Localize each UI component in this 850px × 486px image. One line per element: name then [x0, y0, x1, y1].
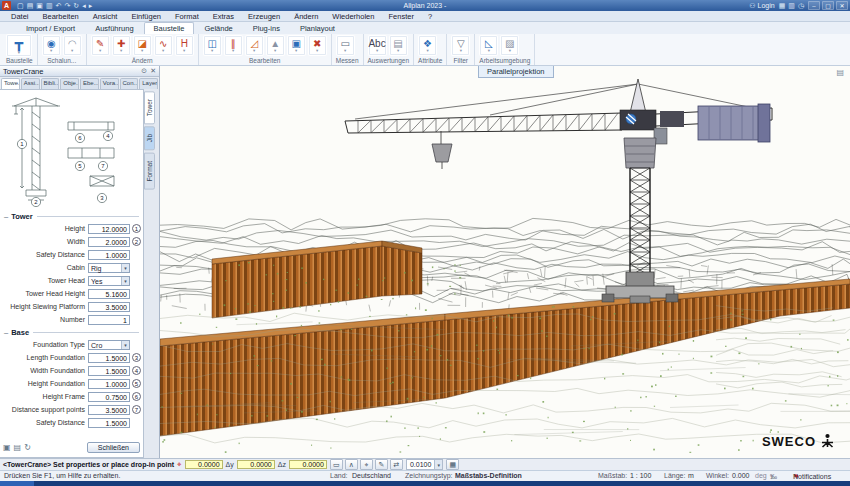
param-field[interactable]: 3.5000 [88, 302, 130, 312]
ribbon-tab[interactable]: Plug-ins [243, 22, 290, 34]
open-file-icon[interactable]: ▤ [27, 1, 34, 10]
print-icon[interactable]: ▥ [46, 1, 53, 10]
point-snap-icon[interactable]: ⌖ [360, 459, 373, 470]
track-lines-icon[interactable]: ⇄ [390, 459, 403, 470]
coordinate-field[interactable]: 0.0000 [237, 460, 275, 469]
delete-icon[interactable]: ✖▾ [308, 35, 327, 56]
menu-item[interactable]: Einfügen [124, 11, 168, 22]
allplan-logo[interactable]: A [2, 1, 11, 10]
attributes-icon[interactable]: ❖▾ [418, 35, 437, 56]
filter-icon[interactable]: ▽▾ [451, 35, 470, 56]
section-header[interactable]: –Base [0, 326, 143, 338]
menu-item[interactable]: Extras [206, 11, 241, 22]
maximize-button[interactable]: ▢ [822, 1, 834, 10]
add-point-icon[interactable]: ✚▾ [112, 35, 131, 56]
palette-tab[interactable]: Con... [120, 78, 139, 89]
menu-item[interactable]: Ändern [287, 11, 325, 22]
save-icon[interactable]: ▣ [36, 1, 43, 10]
viewport-tab[interactable]: Parallelprojektion [478, 66, 554, 78]
param-field[interactable]: 1.5000 [88, 353, 130, 363]
menu-item[interactable]: Bearbeiten [36, 11, 86, 22]
param-field[interactable]: 1.0000 [88, 250, 130, 260]
history-icon[interactable]: ◷ [798, 2, 804, 10]
modify-element-icon[interactable]: ◪▾ [133, 35, 152, 56]
close-button[interactable]: ✕ [836, 1, 848, 10]
angle-snap-icon[interactable]: ∧ [345, 459, 358, 470]
allplan-connect-icon[interactable]: ▦ [779, 2, 786, 10]
refresh-icon[interactable]: ↻ [73, 1, 79, 10]
menu-item[interactable]: Erzeugen [241, 11, 287, 22]
list-icon[interactable]: ▤▾ [389, 35, 408, 56]
paste-properties-icon[interactable]: ▤ [14, 443, 22, 452]
pen-icon[interactable]: ✎ [375, 459, 388, 470]
menu-item[interactable]: Wiederholen [325, 11, 381, 22]
palette-tab[interactable]: Assi... [21, 78, 40, 89]
edit-icon[interactable]: ✎▾ [91, 35, 110, 56]
undo-icon[interactable]: ↶ [56, 1, 62, 10]
ribbon-tab[interactable]: Planlayout [290, 22, 345, 34]
param-select[interactable]: Rig▾ [88, 263, 130, 273]
snap-distance-select[interactable]: 0.0100 ▾ [406, 459, 443, 470]
palette-tab[interactable]: Ebe... [80, 78, 99, 89]
ribbon-tab[interactable]: Import / Export [16, 22, 85, 34]
menu-item[interactable]: Format [168, 11, 206, 22]
angle-value[interactable]: 0.000 [732, 472, 750, 479]
reset-icon[interactable]: ↻ [24, 443, 31, 452]
login-button[interactable]: ⚇Login [749, 2, 774, 10]
select-icon[interactable]: ▣▾ [287, 35, 306, 56]
section-header[interactable]: –Tower [0, 210, 143, 222]
new-file-icon[interactable]: ▢ [17, 1, 24, 10]
param-select[interactable]: Yes▾ [88, 276, 130, 286]
viewport-menu-icon[interactable]: ▤ [836, 68, 844, 77]
param-field[interactable]: 1.5000 [88, 418, 130, 428]
palette-tab[interactable]: Bibli... [41, 78, 60, 89]
pin-icon[interactable]: ⊙ [141, 67, 147, 75]
param-field[interactable]: 2.0000 [88, 237, 130, 247]
height-icon[interactable]: H▾ [175, 35, 194, 56]
point-assistant-button[interactable]: ▦ [446, 459, 459, 470]
param-field[interactable]: 5.1600 [88, 289, 130, 299]
report-icon[interactable]: Abc▾ [368, 35, 387, 56]
palette-tab[interactable]: Vora... [100, 78, 119, 89]
forward-icon[interactable]: ▸ [89, 1, 93, 10]
formwork-icon[interactable]: ◉▾ [42, 35, 61, 56]
back-icon[interactable]: ◂ [82, 1, 86, 10]
drawing-type-value[interactable]: Maßstabs-Definition [455, 472, 522, 479]
palette-side-tab[interactable]: Format [144, 153, 155, 190]
coordinate-field[interactable]: 0.0000 [185, 460, 223, 469]
menu-item[interactable]: Datei [4, 11, 36, 22]
coordinate-field[interactable]: 0.0000 [289, 460, 327, 469]
palette-side-tab[interactable]: Jib [144, 126, 155, 150]
minimize-button[interactable]: – [808, 1, 820, 10]
workspace-icon[interactable]: ◺▾ [479, 35, 498, 56]
ribbon-tab[interactable]: Baustelle [144, 22, 195, 34]
palette-tab[interactable]: Towe... [1, 78, 20, 89]
palette-side-tab[interactable]: Tower [144, 91, 155, 124]
param-field[interactable]: 1.5000 [88, 366, 130, 376]
redo-icon[interactable]: ↷ [64, 1, 70, 10]
palette-tab[interactable]: Obje... [60, 78, 79, 89]
ribbon-tab[interactable]: Ausführung [85, 22, 143, 34]
param-field[interactable]: 12.0000 [88, 224, 130, 234]
param-field[interactable]: 1.0000 [88, 379, 130, 389]
palette-tab[interactable]: Layer [139, 78, 158, 89]
param-field[interactable]: 3.5000 [88, 405, 130, 415]
parallel-icon[interactable]: ∥▾ [224, 35, 243, 56]
param-field[interactable]: 1 [88, 315, 130, 325]
layout-icon[interactable]: ▨▾ [500, 35, 519, 56]
land-value[interactable]: Deutschland [352, 472, 391, 479]
menu-item[interactable]: Ansicht [86, 11, 125, 22]
zoom-window-icon[interactable]: ▭ [330, 459, 343, 470]
copy-icon[interactable]: ◫▾ [203, 35, 222, 56]
param-select[interactable]: Cro▾ [88, 340, 130, 350]
close-button[interactable]: Schließen [87, 442, 140, 453]
scale-value[interactable]: 1 : 100 [630, 472, 651, 479]
menu-item[interactable]: ? [421, 11, 439, 22]
measure-icon[interactable]: ▭▾ [336, 35, 355, 56]
curve-icon[interactable]: ∿▾ [154, 35, 173, 56]
palette-close-icon[interactable]: ✕ [150, 67, 156, 75]
ramp-icon[interactable]: ◠▾ [63, 35, 82, 56]
taskbar-tile[interactable] [0, 481, 34, 486]
tower-crane-tool-icon[interactable]: ┳▾ [6, 34, 32, 57]
deform-icon[interactable]: ▲▾ [266, 35, 285, 56]
